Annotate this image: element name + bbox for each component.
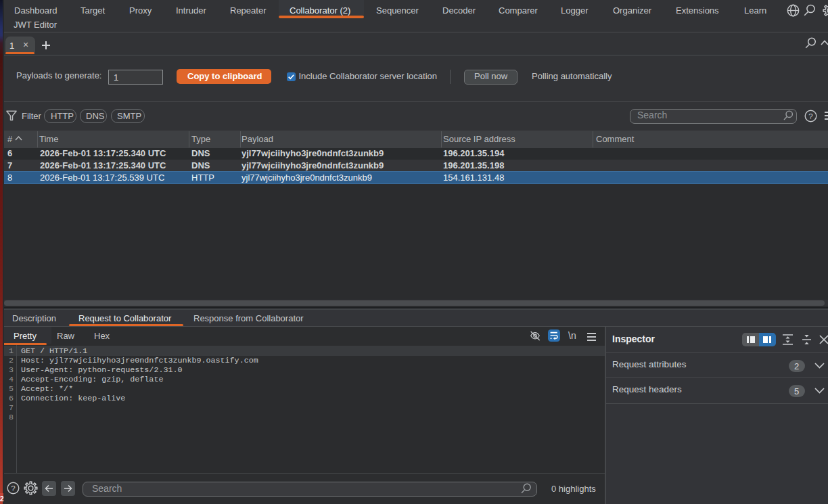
svg-text:?: ? (808, 112, 812, 120)
svg-text:?: ? (11, 484, 15, 492)
